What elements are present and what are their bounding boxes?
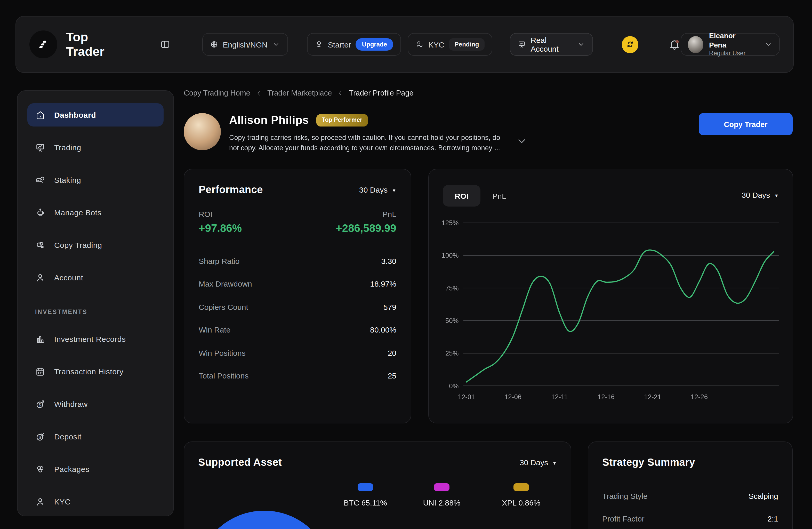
- kyc-icon: [35, 497, 45, 507]
- withdraw-icon: $: [35, 399, 45, 409]
- svg-text:12-26: 12-26: [691, 393, 708, 400]
- expand-disclaimer-button[interactable]: [516, 135, 527, 149]
- sidebar-item-label: Trading: [54, 143, 81, 152]
- sidebar-item-label: KYC: [54, 497, 71, 506]
- btc-swatch: [358, 483, 373, 491]
- sidebar-item-dashboard[interactable]: Dashboard: [27, 103, 163, 127]
- kyc-label: KYC: [428, 40, 444, 49]
- sidebar-item-deposit[interactable]: $ Deposit: [27, 425, 163, 448]
- sidebar-item-label: Withdraw: [54, 400, 88, 409]
- notifications-button[interactable]: [668, 38, 680, 51]
- copy-trading-icon: [35, 240, 45, 250]
- strategy-summary-card: Strategy Summary Trading StyleScalping P…: [588, 442, 793, 529]
- strategy-title: Strategy Summary: [602, 456, 695, 468]
- user-role: Regular User: [709, 49, 751, 57]
- stat-row-win-rate: Win Rate80.00%: [199, 318, 396, 341]
- user-icon: [35, 272, 45, 283]
- svg-text:12-21: 12-21: [644, 393, 661, 400]
- uni-swatch: [434, 483, 449, 491]
- supported-asset-period-selector[interactable]: 30 Days ▼: [520, 458, 557, 467]
- supported-asset-card: Supported Asset 30 Days ▼ BTC 65.11% UNI…: [184, 442, 571, 529]
- legend-item-btc: BTC 65.11%: [332, 483, 399, 507]
- staking-icon: [35, 175, 45, 185]
- sidebar: Dashboard Trading Staking: [17, 90, 174, 516]
- sidebar-item-manage-bots[interactable]: Manage Bots: [27, 201, 163, 224]
- trading-icon: [35, 142, 45, 153]
- trader-name: Allison Philips: [229, 114, 309, 127]
- sidebar-toggle-button[interactable]: [160, 39, 170, 49]
- tab-pnl[interactable]: PnL: [480, 185, 518, 206]
- deposit-icon: $: [35, 431, 45, 442]
- stat-row-trading-style: Trading StyleScalping: [602, 484, 778, 507]
- app-logo: [29, 30, 57, 58]
- stat-row-profit-factor: Profit Factor2:1: [602, 507, 778, 529]
- chevron-down-icon: [272, 40, 280, 48]
- plan-label: Starter: [328, 40, 351, 49]
- user-check-icon: [416, 40, 424, 48]
- sidebar-item-label: Transaction History: [54, 367, 124, 376]
- sidebar-section-investments: INVESTMENTS: [27, 309, 163, 315]
- roi-line-chart: 0%25%50%75%100%125%12-0112-0612-1112-161…: [429, 169, 793, 423]
- sidebar-item-withdraw[interactable]: $ Withdraw: [27, 392, 163, 416]
- refresh-icon: [626, 40, 634, 48]
- roi-label: ROI: [199, 210, 212, 218]
- account-type-selector[interactable]: Real Account: [510, 33, 593, 56]
- sidebar-item-copy-trading[interactable]: Copy Trading: [27, 233, 163, 257]
- breadcrumb-trader-marketplace[interactable]: Trader Marketplace: [267, 89, 332, 97]
- packages-icon: [35, 464, 45, 474]
- breadcrumb-copy-trading-home[interactable]: Copy Trading Home: [184, 89, 250, 97]
- sidebar-item-label: Account: [54, 273, 83, 282]
- sidebar-item-investment-records[interactable]: Investment Records: [27, 327, 163, 351]
- performance-card: Performance 30 Days ▼ ROI PnL +97.86% +2…: [184, 169, 411, 424]
- language-selector[interactable]: English/NGN: [202, 33, 288, 56]
- sidebar-item-account[interactable]: Account: [27, 266, 163, 289]
- chart-tabs: ROI PnL: [443, 185, 518, 206]
- legend-item-uni: UNI 2.88%: [408, 483, 475, 507]
- kyc-pill[interactable]: KYC Pending: [408, 33, 492, 56]
- sidebar-item-kyc[interactable]: KYC: [27, 490, 163, 513]
- plan-pill[interactable]: Starter Upgrade: [307, 33, 401, 56]
- kyc-status-badge: Pending: [449, 38, 485, 51]
- sync-button[interactable]: [622, 36, 638, 53]
- breadcrumb-trader-profile-page: Trader Profile Page: [349, 89, 414, 97]
- sidebar-item-transaction-history[interactable]: Transaction History: [27, 360, 163, 383]
- top-performer-badge: Top Performer: [316, 114, 368, 127]
- svg-text:75%: 75%: [445, 285, 459, 292]
- performance-title: Performance: [199, 184, 263, 196]
- panel-toggle-icon: [160, 39, 170, 49]
- pnl-value: +286,589.99: [336, 222, 396, 234]
- svg-text:50%: 50%: [445, 317, 459, 324]
- stat-row-sharp-ratio: Sharp Ratio3.30: [199, 249, 396, 272]
- tab-roi[interactable]: ROI: [443, 185, 480, 206]
- trader-avatar: [184, 113, 221, 150]
- sidebar-item-staking[interactable]: Staking: [27, 168, 163, 191]
- calendar-icon: [35, 366, 45, 377]
- account-type-label: Real Account: [531, 35, 572, 53]
- logo-icon: [38, 39, 48, 49]
- chevron-down-icon: [577, 40, 585, 48]
- svg-text:0%: 0%: [449, 382, 459, 390]
- home-icon: [35, 110, 45, 120]
- notification-dot: [676, 40, 679, 43]
- app-title: Top Trader: [66, 30, 127, 59]
- svg-text:125%: 125%: [441, 219, 459, 226]
- stat-row-win-positions: Win Positions20: [199, 341, 396, 364]
- upgrade-button[interactable]: Upgrade: [356, 38, 393, 51]
- sidebar-item-packages[interactable]: Packages: [27, 457, 163, 481]
- user-avatar: [687, 36, 704, 53]
- svg-text:$: $: [39, 402, 41, 407]
- sidebar-item-label: Investment Records: [54, 334, 126, 343]
- chart-period-selector[interactable]: 30 Days ▼: [742, 190, 779, 199]
- chevron-left-icon: [337, 89, 344, 96]
- sidebar-item-trading[interactable]: Trading: [27, 136, 163, 159]
- stat-row-total-positions: Total Positions25: [199, 364, 396, 387]
- xpl-swatch: [513, 483, 529, 491]
- performance-period-selector[interactable]: 30 Days ▼: [359, 185, 396, 194]
- asset-pie-chart: [196, 511, 332, 529]
- svg-text:$: $: [39, 435, 41, 440]
- supported-asset-title: Supported Asset: [198, 456, 282, 468]
- user-menu[interactable]: Eleanor Pena Regular User: [680, 33, 780, 56]
- copy-trader-button[interactable]: Copy Trader: [699, 113, 793, 135]
- svg-text:12-06: 12-06: [505, 393, 521, 400]
- breadcrumb: Copy Trading Home Trader Marketplace Tra…: [184, 89, 414, 97]
